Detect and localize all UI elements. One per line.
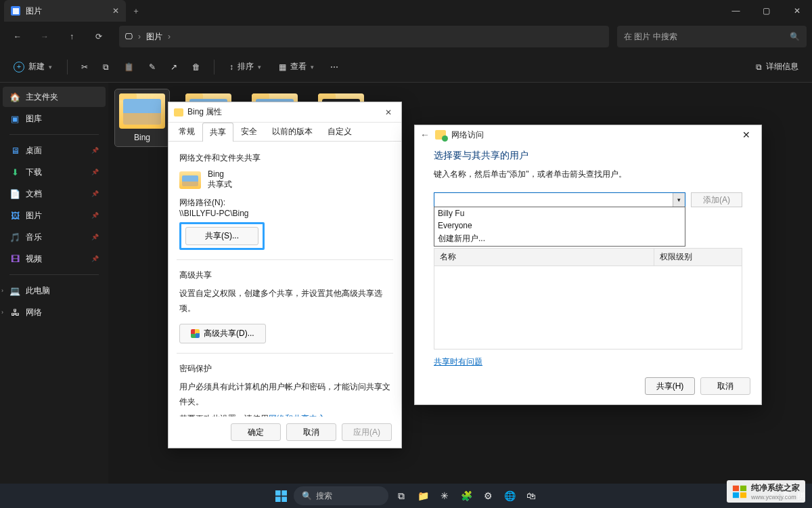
user-input[interactable] [434,192,685,207]
maximize-button[interactable]: ▢ [751,0,782,22]
tab-security[interactable]: 安全 [233,122,265,141]
share-button[interactable]: 共享(S)... [185,227,258,245]
chevron-right-icon: › [138,32,141,41]
user-combobox[interactable]: ▾ Billy Fu Everyone 创建新用户... [434,192,685,207]
dropdown-option[interactable]: Billy Fu [434,207,685,219]
watermark-brand: 纯净系统之家 [751,483,800,492]
sidebar-item-label: 文档 [26,188,42,200]
properties-dialog: Bing 属性 ✕ 常规 共享 安全 以前的版本 自定义 网络文件和文件夹共享 … [168,102,402,448]
back-button[interactable]: ← [420,129,430,140]
task-view-button[interactable]: ⧉ [392,487,410,505]
advanced-share-button[interactable]: 高级共享(D)... [179,324,266,343]
taskbar: 🔍搜索 ⧉ 📁 ✳ 🧩 ⚙ 🌐 🛍 ⌃ 英 拼 [0,484,812,508]
sidebar-item-gallery[interactable]: ▣图库 [3,108,106,129]
svg-rect-4 [281,496,287,502]
sidebar-item-music[interactable]: 🎵音乐📌 [3,227,106,247]
pin-icon: 📌 [91,190,99,197]
sidebar-item-pictures[interactable]: 🖼图片📌 [3,205,106,226]
user-dropdown: Billy Fu Everyone 创建新用户... [434,207,685,247]
share-button[interactable]: 共享(H) [645,377,695,395]
clipboard-icon: 📋 [124,62,134,72]
col-perm[interactable]: 权限级别 [654,249,742,266]
rename-button[interactable]: ✎ [143,56,161,78]
sidebar-item-desktop[interactable]: 🖥桌面📌 [3,140,106,161]
copy-icon: ⧉ [103,62,109,72]
forward-button[interactable]: → [32,26,57,47]
store-taskbar-icon[interactable]: 🛍 [522,487,540,505]
app-icon[interactable]: 🧩 [457,487,475,505]
cancel-button[interactable]: 取消 [286,423,336,441]
pin-icon: 📌 [91,212,99,219]
tab-general[interactable]: 常规 [171,122,202,141]
col-name[interactable]: 名称 [434,249,654,266]
close-tab-icon[interactable]: ✕ [112,6,119,16]
sidebar-item-videos[interactable]: 🎞视频📌 [3,249,106,269]
share-button[interactable]: ↗ [165,56,183,78]
address-bar[interactable]: 🖵 › 图片 › [119,26,609,47]
network-access-dialog: ← 网络访问 ✕ 选择要与其共享的用户 键入名称，然后单击"添加"，或者单击箭头… [414,125,762,405]
folder-item[interactable]: Bing [115,89,169,146]
pictures-icon: 🖼 [9,210,20,221]
details-pane-button[interactable]: ⧉详细信息 [749,56,805,78]
back-button[interactable]: ← [5,26,30,47]
sidebar-item-downloads[interactable]: ⬇下载📌 [3,162,106,182]
chevron-right-icon: › [1,287,3,294]
trouble-link[interactable]: 共享时有问题 [434,356,742,368]
start-button[interactable] [272,487,290,505]
sidebar-item-label: 下载 [26,167,42,178]
taskbar-search[interactable]: 🔍搜索 [294,486,388,505]
close-button[interactable]: ✕ [737,125,756,144]
navbar: ← → ↑ ⟳ 🖵 › 图片 › 在 图片 中搜索 🔍 [0,22,812,51]
tab-sharing[interactable]: 共享 [202,123,233,142]
view-button[interactable]: ▦查看▾ [272,56,321,78]
add-button[interactable]: 添加(A) [691,192,742,207]
settings-taskbar-icon[interactable]: ⚙ [479,487,497,505]
section-title: 高级共享 [179,270,390,281]
share-folder-icon [435,130,446,140]
pw-desc2: 若要更改此设置，请使用网络和共享中心。 [179,412,390,417]
sidebar-item-thispc[interactable]: ›💻此电脑 [3,280,106,301]
copy-button[interactable]: ⧉ [97,56,114,78]
refresh-button[interactable]: ⟳ [87,26,111,47]
sidebar-item-label: 图库 [26,113,42,125]
share-status: 共享式 [208,179,232,190]
share-button-highlight: 共享(S)... [179,222,265,250]
dialog-subtext: 键入名称，然后单击"添加"，或者单击箭头查找用户。 [434,169,742,180]
up-button[interactable]: ↑ [60,26,84,47]
sidebar-item-label: 音乐 [26,232,42,243]
sidebar-item-home[interactable]: 🏠主文件夹 [3,87,106,107]
sidebar-item-network[interactable]: ›🖧网络 [3,302,106,322]
minimize-button[interactable]: ― [721,0,751,22]
cut-button[interactable]: ✂ [76,56,93,78]
sort-button[interactable]: ↕排序▾ [223,56,268,78]
dropdown-option[interactable]: Everyone [434,219,685,232]
search-icon: 🔍 [790,32,800,41]
more-button[interactable]: ⋯ [325,56,344,78]
tab-previous-versions[interactable]: 以前的版本 [265,122,320,141]
app-icon[interactable]: ✳ [436,487,453,505]
explorer-taskbar-icon[interactable]: 📁 [414,487,432,505]
dropdown-option[interactable]: 创建新用户... [434,232,685,246]
new-tab-button[interactable]: ＋ [126,5,146,17]
search-input[interactable]: 在 图片 中搜索 🔍 [617,26,807,47]
close-window-button[interactable]: ✕ [782,0,812,22]
sidebar-item-label: 此电脑 [26,285,50,297]
paste-button[interactable]: 📋 [118,56,139,78]
sidebar: 🏠主文件夹 ▣图库 🖥桌面📌 ⬇下载📌 📄文档📌 🖼图片📌 🎵音乐📌 🎞视频📌 … [0,83,108,490]
share-icon: ↗ [171,62,177,72]
ok-button[interactable]: 确定 [231,423,281,441]
breadcrumb-item[interactable]: 图片 [146,31,162,43]
dropdown-button[interactable]: ▾ [673,193,685,207]
new-button[interactable]: +新建▾ [7,56,59,78]
cancel-button[interactable]: 取消 [700,377,750,395]
close-button[interactable]: ✕ [381,105,396,120]
apply-button[interactable]: 应用(A) [342,423,392,441]
edge-taskbar-icon[interactable]: 🌐 [501,487,518,505]
watermark-url: www.ycwxjy.com [751,494,800,501]
sidebar-item-documents[interactable]: 📄文档📌 [3,184,106,204]
tab-customize[interactable]: 自定义 [320,122,359,141]
properties-tabs: 常规 共享 安全 以前的版本 自定义 [168,123,401,142]
delete-button[interactable]: 🗑 [187,56,206,78]
window-tab[interactable]: 图片 ✕ [4,0,126,22]
dialog-title: Bing 属性 [187,106,222,118]
